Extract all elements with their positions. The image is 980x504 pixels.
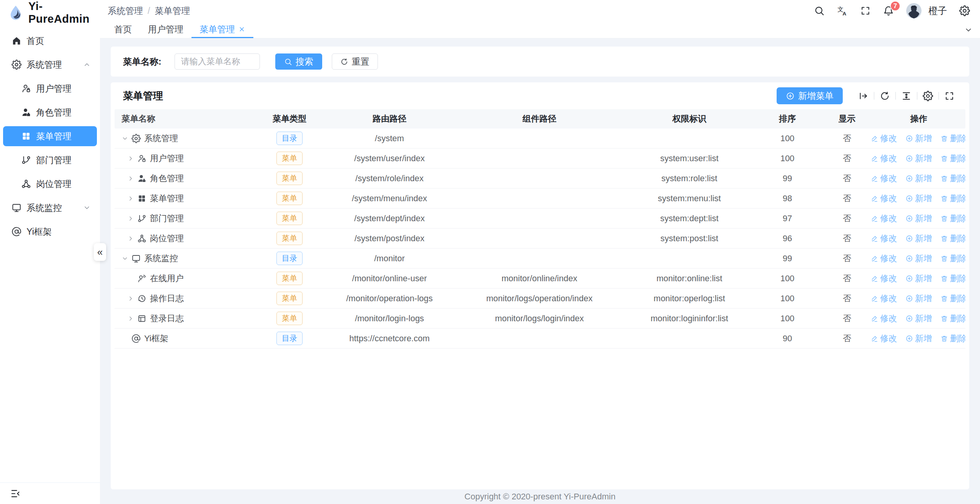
menu-name-input[interactable]	[175, 53, 260, 70]
add-link[interactable]: 新增	[905, 273, 932, 284]
row-expand-icon[interactable]	[127, 235, 134, 242]
add-link[interactable]: 新增	[905, 173, 932, 184]
add-link[interactable]: 新增	[905, 193, 932, 204]
add-link[interactable]: 新增	[905, 153, 932, 164]
delete-link[interactable]: 删除	[940, 273, 965, 284]
route-path-cell: /system/user/index	[326, 154, 453, 164]
edit-link[interactable]: 修改	[872, 293, 897, 304]
column-settings-icon[interactable]	[923, 91, 933, 101]
sidebar-item-menu[interactable]: 菜单管理	[3, 126, 97, 146]
delete-link[interactable]: 删除	[940, 233, 965, 244]
reset-button[interactable]: 重置	[332, 53, 378, 70]
row-expand-icon[interactable]	[121, 255, 128, 262]
row-expand-icon[interactable]	[127, 195, 134, 202]
plus-circle-icon	[905, 255, 913, 262]
app-logo[interactable]: Yi-PureAdmin	[0, 0, 100, 25]
menu-name-text: 岗位管理	[150, 233, 184, 244]
add-link[interactable]: 新增	[905, 333, 932, 344]
sidebar-item-monitor[interactable]: 系统监控	[3, 198, 97, 218]
add-link[interactable]: 新增	[905, 133, 932, 144]
menu-name-cell: 系统管理	[115, 133, 253, 144]
delete-link[interactable]: 删除	[940, 333, 965, 344]
breadcrumb-item[interactable]: 菜单管理	[155, 5, 190, 17]
actions-cell: 修改新增删除	[872, 193, 965, 204]
edit-link[interactable]: 修改	[872, 313, 897, 324]
row-expand-icon[interactable]	[127, 155, 134, 162]
add-link[interactable]: 新增	[905, 313, 932, 324]
home-icon	[12, 36, 22, 46]
sidebar-item-dept[interactable]: 部门管理	[3, 150, 97, 170]
show-cell: 否	[822, 153, 872, 164]
tabs: 首页用户管理菜单管理	[106, 22, 253, 38]
edit-icon	[872, 275, 878, 282]
edit-link[interactable]: 修改	[872, 173, 897, 184]
route-path-cell: /system	[326, 134, 453, 144]
edit-link[interactable]: 修改	[872, 333, 897, 344]
row-expand-icon[interactable]	[127, 215, 134, 222]
row-expand-icon[interactable]	[127, 295, 134, 302]
edit-link[interactable]: 修改	[872, 233, 897, 244]
translate-icon[interactable]: 文A	[837, 5, 848, 16]
edit-link[interactable]: 修改	[872, 153, 897, 164]
delete-link[interactable]: 删除	[940, 313, 965, 324]
close-icon[interactable]	[238, 26, 245, 33]
refresh-icon[interactable]	[880, 91, 890, 101]
toolbar-divider	[874, 92, 874, 100]
avatar[interactable]	[906, 3, 922, 18]
sidebar-collapse-button[interactable]: «	[94, 243, 106, 261]
add-link[interactable]: 新增	[905, 233, 932, 244]
tab-用户管理[interactable]: 用户管理	[140, 22, 191, 38]
collapse-left-icon[interactable]	[10, 488, 21, 499]
permission-cell: monitor:online:list	[626, 274, 753, 284]
fullscreen-icon[interactable]	[860, 5, 871, 16]
sidebar-item-role[interactable]: 角色管理	[3, 102, 97, 122]
add-menu-button[interactable]: 新增菜单	[777, 87, 843, 104]
tabs-dropdown-button[interactable]	[957, 22, 980, 38]
sidebar-item-user[interactable]: 用户管理	[3, 78, 97, 98]
search-button[interactable]: 搜索	[275, 53, 322, 70]
breadcrumb-item[interactable]: 系统管理	[108, 5, 143, 17]
delete-link[interactable]: 删除	[940, 213, 965, 224]
menu-type-badge: 菜单	[276, 152, 303, 165]
edit-link[interactable]: 修改	[872, 253, 897, 264]
edit-icon	[872, 155, 878, 162]
username[interactable]: 橙子	[928, 5, 947, 17]
row-actions: 修改新增删除	[872, 193, 965, 204]
plus-circle-icon	[905, 175, 913, 182]
svg-text:A: A	[843, 11, 847, 16]
trash-icon	[940, 135, 948, 142]
settings-gear-icon[interactable]	[959, 5, 970, 16]
row-expand-icon[interactable]	[127, 315, 134, 322]
delete-link[interactable]: 删除	[940, 193, 965, 204]
add-link[interactable]: 新增	[905, 253, 932, 264]
delete-link[interactable]: 删除	[940, 293, 965, 304]
edit-link[interactable]: 修改	[872, 273, 897, 284]
edit-link[interactable]: 修改	[872, 133, 897, 144]
delete-link[interactable]: 删除	[940, 253, 965, 264]
row-expand-icon[interactable]	[127, 175, 134, 182]
tab-label: 菜单管理	[200, 23, 235, 35]
action-label: 删除	[950, 193, 965, 204]
add-link[interactable]: 新增	[905, 213, 932, 224]
sidebar-item-home[interactable]: 首页	[3, 31, 97, 51]
delete-link[interactable]: 删除	[940, 133, 965, 144]
row-expand-icon[interactable]	[121, 135, 128, 142]
table-fullscreen-icon[interactable]	[944, 91, 955, 101]
delete-link[interactable]: 删除	[940, 153, 965, 164]
edit-link[interactable]: 修改	[872, 193, 897, 204]
delete-link[interactable]: 删除	[940, 173, 965, 184]
notification-bell[interactable]: 7	[883, 5, 894, 16]
sidebar-item-yi[interactable]: Yi框架	[3, 222, 97, 242]
trash-icon	[940, 255, 948, 262]
density-icon[interactable]	[901, 91, 912, 101]
column-header-显示: 显示	[822, 113, 872, 125]
expand-all-icon[interactable]	[858, 91, 869, 101]
add-link[interactable]: 新增	[905, 293, 932, 304]
sidebar-item-post[interactable]: 岗位管理	[3, 174, 97, 194]
trash-icon	[940, 235, 948, 242]
sidebar-item-system[interactable]: 系统管理	[3, 55, 97, 75]
tab-首页[interactable]: 首页	[106, 22, 140, 38]
search-icon[interactable]	[814, 5, 825, 16]
edit-link[interactable]: 修改	[872, 213, 897, 224]
tab-菜单管理[interactable]: 菜单管理	[191, 22, 253, 38]
